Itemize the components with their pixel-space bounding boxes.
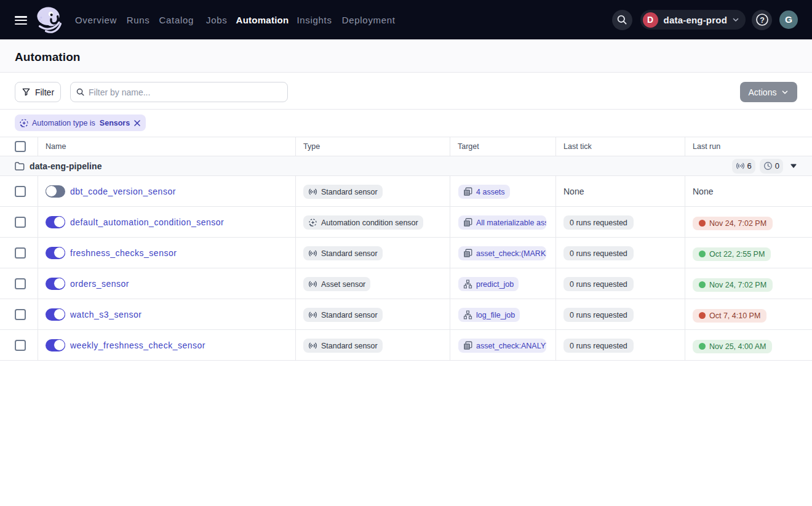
svg-text:?: ? [760,16,765,25]
